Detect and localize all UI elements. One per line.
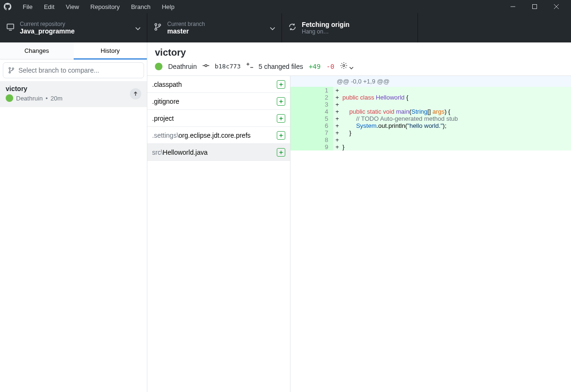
file-added-icon: + (277, 80, 285, 89)
gear-icon[interactable] (340, 62, 353, 71)
diff-line: 5+ // TODO Auto-generated method stub (290, 115, 571, 122)
menu-help[interactable]: Help (156, 1, 180, 12)
diff-line: 9+} (290, 143, 571, 150)
push-up-icon[interactable] (130, 88, 141, 100)
file-row[interactable]: .gitignore+ (147, 93, 290, 110)
chevron-down-icon (270, 24, 275, 32)
svg-point-12 (205, 65, 207, 67)
repo-value: Java_programme (20, 27, 75, 35)
file-name: .project (152, 115, 174, 122)
diff-line: 2+public class Helloworld { (290, 94, 571, 101)
file-name: .gitignore (152, 98, 179, 105)
svg-point-6 (155, 24, 157, 25)
commit-title: victory (155, 47, 563, 58)
toolbar: Current repository Java_programme Curren… (0, 13, 571, 42)
diff-line: 1+ (290, 87, 571, 94)
deletions-count: -0 (326, 63, 334, 70)
file-row[interactable]: .settings\org.eclipse.jdt.core.prefs+ (147, 127, 290, 144)
menu-edit[interactable]: Edit (38, 1, 60, 12)
branch-compare-select[interactable]: Select branch to compare... (3, 62, 144, 78)
commit-sha: b18c773 (215, 63, 241, 70)
file-added-icon: + (277, 97, 285, 106)
sidebar: Changes History Select branch to compare… (0, 42, 147, 392)
file-added-icon: + (277, 131, 285, 140)
repo-selector[interactable]: Current repository Java_programme (0, 13, 147, 42)
monitor-icon (7, 23, 14, 33)
git-branch-icon (154, 23, 162, 33)
file-name: .classpath (152, 81, 182, 88)
file-row[interactable]: src\Helloworld.java+ (147, 144, 290, 161)
branch-value: master (167, 27, 205, 35)
branch-label: Current branch (167, 21, 205, 27)
file-name: src\Helloworld.java (152, 149, 208, 156)
github-logo-icon (4, 3, 11, 10)
window-close-icon[interactable] (545, 0, 567, 13)
commit-list-author: Deathruin (16, 95, 43, 102)
svg-point-11 (12, 68, 14, 69)
diff-hunk-header: @@ -0,0 +1,9 @@ (290, 76, 571, 87)
avatar-icon (155, 63, 162, 70)
svg-rect-4 (7, 24, 14, 29)
additions-count: +49 (309, 63, 321, 70)
changed-files-list: .classpath+.gitignore+.project+.settings… (147, 76, 290, 392)
diff-line: 7+ } (290, 129, 571, 136)
tab-history[interactable]: History (74, 42, 147, 59)
menu-bar: File Edit View Repository Branch Help (0, 0, 571, 13)
diff-line: 4+ public static void main(String[] args… (290, 108, 571, 115)
sync-subtitle: Hang on… (302, 28, 349, 35)
svg-rect-1 (533, 5, 537, 9)
branch-compare-placeholder: Select branch to compare... (18, 67, 99, 74)
menu-branch[interactable]: Branch (125, 1, 156, 12)
sync-icon (289, 23, 296, 33)
svg-point-18 (343, 65, 345, 67)
menu-file[interactable]: File (17, 1, 38, 12)
menu-repository[interactable]: Repository (85, 1, 125, 12)
diff-view: @@ -0,0 +1,9 @@1+2+public class Hellowor… (290, 76, 571, 392)
diff-line: 3+ (290, 101, 571, 108)
commit-list-age: 20m (51, 95, 62, 102)
repo-label: Current repository (20, 21, 75, 27)
svg-point-7 (155, 28, 157, 30)
diff-icon (247, 62, 253, 70)
window-minimize-icon[interactable] (502, 0, 524, 13)
commit-list-item[interactable]: victory Deathruin • 20m (0, 81, 147, 107)
fetch-origin[interactable]: Fetching origin Hang on… (282, 13, 418, 42)
svg-point-8 (159, 24, 161, 26)
file-row[interactable]: .classpath+ (147, 76, 290, 93)
file-added-icon: + (277, 114, 285, 123)
svg-point-10 (9, 72, 10, 73)
changed-files-count: 5 changed files (259, 63, 303, 70)
chevron-down-icon (136, 24, 140, 32)
commit-info-bar: Deathruin b18c773 5 changed files +49 -0 (147, 59, 571, 75)
sync-title: Fetching origin (302, 21, 349, 28)
branch-selector[interactable]: Current branch master (147, 13, 282, 42)
file-added-icon: + (277, 148, 285, 157)
tab-changes[interactable]: Changes (0, 42, 74, 59)
menu-view[interactable]: View (60, 1, 85, 12)
diff-line: 8+ (290, 136, 571, 143)
git-commit-icon (203, 62, 209, 70)
commit-author: Deathruin (168, 63, 197, 70)
main: victory Deathruin b18c773 5 changed file… (147, 42, 571, 392)
diff-line: 6+ System.out.println("hello world."); (290, 122, 571, 129)
window-maximize-icon[interactable] (524, 0, 545, 13)
svg-point-9 (9, 67, 10, 69)
commit-list-title: victory (6, 85, 141, 92)
file-name: .settings\org.eclipse.jdt.core.prefs (152, 132, 251, 139)
file-row[interactable]: .project+ (147, 110, 290, 127)
avatar-icon (6, 94, 13, 102)
